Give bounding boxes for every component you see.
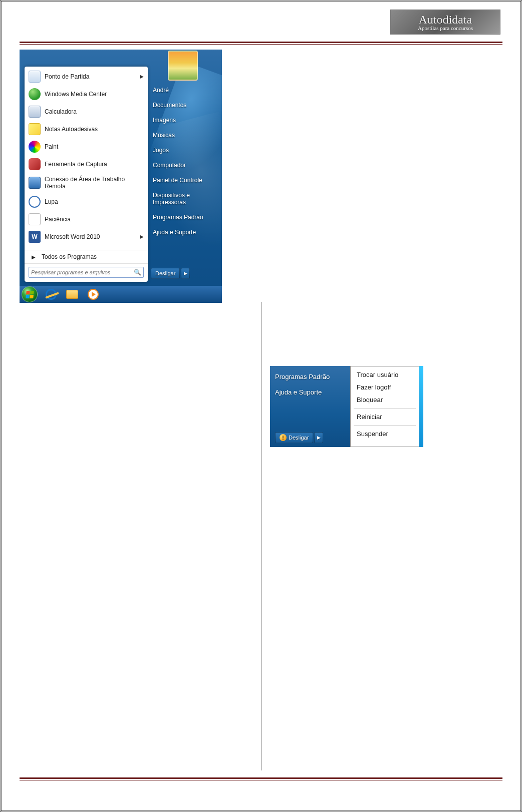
brand-logo-main: Autodidata [419, 14, 472, 26]
games-link[interactable]: Jogos [151, 143, 220, 158]
program-label: Ferramenta de Captura [45, 161, 107, 168]
folder-icon [66, 290, 78, 299]
internet-explorer-icon [46, 289, 57, 300]
program-item[interactable]: Ferramenta de Captura [25, 155, 148, 173]
pictures-link[interactable]: Imagens [151, 113, 220, 128]
control-panel-link[interactable]: Painel de Controle [151, 173, 220, 188]
devices-printers-link[interactable]: Dispositivos e Impressoras [151, 188, 220, 210]
program-item[interactable]: Notas Autoadesivas [25, 120, 148, 138]
start-menu-left-panel: Ponto de Partida ▶ Windows Media Center … [25, 67, 148, 282]
music-link[interactable]: Músicas [151, 128, 220, 143]
program-item[interactable]: Conexão de Área de Trabalho Remota [25, 173, 148, 193]
menu-separator [354, 425, 416, 426]
shutdown-menu-screenshot: Programas Padrão Ajuda e Suporte ! Desli… [270, 366, 423, 447]
paint-icon [29, 141, 41, 153]
program-label: Paint [45, 143, 58, 150]
program-item[interactable]: Paciência [25, 210, 148, 228]
all-programs-button[interactable]: ▶ Todos os Programas [25, 250, 148, 263]
taskbar-mediaplayer-button[interactable] [86, 288, 101, 301]
program-item[interactable]: Calculadora [25, 103, 148, 120]
submenu-arrow-icon: ▶ [140, 74, 144, 79]
sticky-notes-icon [29, 123, 41, 135]
user-picture[interactable] [168, 51, 198, 81]
search-icon[interactable]: 🔍 [134, 269, 141, 276]
switch-user-item[interactable]: Trocar usuário [351, 368, 419, 381]
sleep-item[interactable]: Suspender [351, 428, 419, 440]
word-icon: W [29, 231, 41, 243]
menu-separator [354, 408, 416, 409]
taskbar-ie-button[interactable] [44, 288, 59, 301]
brand-logo: Autodidata Apostilas para concursos [390, 10, 500, 35]
update-pending-icon: ! [280, 434, 287, 441]
remote-desktop-icon [29, 177, 41, 189]
shutdown-options-button[interactable]: ▶ [314, 432, 323, 443]
media-center-icon [29, 88, 41, 100]
shutdown-label: Desligar [155, 270, 175, 276]
pinned-program-list: Ponto de Partida ▶ Windows Media Center … [25, 67, 148, 250]
default-programs-link[interactable]: Programas Padrão [151, 210, 220, 225]
search-row: 🔍 [25, 263, 148, 282]
program-label: Calculadora [45, 108, 77, 115]
program-item[interactable]: W Microsoft Word 2010 ▶ [25, 228, 148, 245]
program-label: Ponto de Partida [45, 73, 89, 80]
bottom-divider [20, 777, 502, 780]
restart-item[interactable]: Reiniciar [351, 411, 419, 423]
help-support-link[interactable]: Ajuda e Suporte [151, 225, 220, 240]
top-divider [20, 42, 502, 45]
documents-link[interactable]: Documentos [151, 98, 220, 113]
user-name-link[interactable]: André [151, 83, 220, 98]
taskbar [20, 286, 222, 303]
program-item[interactable]: Lupa [25, 193, 148, 210]
logoff-item[interactable]: Fazer logoff [351, 381, 419, 393]
media-player-icon [88, 289, 99, 300]
magnifier-icon [29, 196, 41, 208]
shutdown-menu-left: Programas Padrão Ajuda e Suporte ! Desli… [270, 366, 350, 447]
shutdown-button[interactable]: Desligar [151, 268, 180, 279]
calculator-icon [29, 106, 41, 118]
taskbar-explorer-button[interactable] [65, 288, 80, 301]
help-support-link[interactable]: Ajuda e Suporte [275, 388, 347, 396]
column-divider [261, 302, 262, 770]
program-label: Windows Media Center [45, 91, 107, 98]
program-label: Paciência [45, 216, 71, 223]
computer-link[interactable]: Computador [151, 158, 220, 173]
program-item[interactable]: Paint [25, 138, 148, 155]
start-menu-right-panel: André Documentos Imagens Músicas Jogos C… [151, 83, 220, 240]
all-programs-label: Todos os Programas [42, 253, 97, 260]
start-button[interactable] [22, 286, 38, 302]
start-menu-screenshot: Ponto de Partida ▶ Windows Media Center … [20, 50, 222, 303]
default-programs-link[interactable]: Programas Padrão [275, 373, 347, 380]
program-label: Notas Autoadesivas [45, 126, 98, 133]
shutdown-label: Desligar [289, 435, 309, 441]
windows-flag-icon [26, 291, 34, 298]
submenu-arrow-icon: ▶ [140, 234, 144, 239]
program-item[interactable]: Windows Media Center [25, 85, 148, 103]
taskbar-edge-strip [419, 366, 423, 447]
shutdown-options-button[interactable]: ▶ [181, 268, 190, 279]
snipping-tool-icon [29, 158, 41, 170]
shutdown-button[interactable]: ! Desligar [275, 432, 313, 443]
search-input[interactable] [31, 269, 134, 275]
shutdown-options-menu: Trocar usuário Fazer logoff Bloquear Rei… [350, 366, 419, 447]
shutdown-split-button: ! Desligar ▶ [275, 432, 323, 443]
program-label: Lupa [45, 198, 58, 205]
brand-logo-sub: Apostilas para concursos [418, 26, 473, 31]
search-box[interactable]: 🔍 [29, 267, 144, 278]
getting-started-icon [29, 71, 41, 83]
program-label: Conexão de Área de Trabalho Remota [45, 176, 144, 190]
program-item[interactable]: Ponto de Partida ▶ [25, 68, 148, 85]
program-label: Microsoft Word 2010 [45, 233, 100, 240]
shutdown-split-button: Desligar ▶ [151, 268, 190, 279]
lock-item[interactable]: Bloquear [351, 393, 419, 406]
all-programs-arrow-icon: ▶ [32, 254, 36, 260]
solitaire-icon [29, 213, 41, 225]
